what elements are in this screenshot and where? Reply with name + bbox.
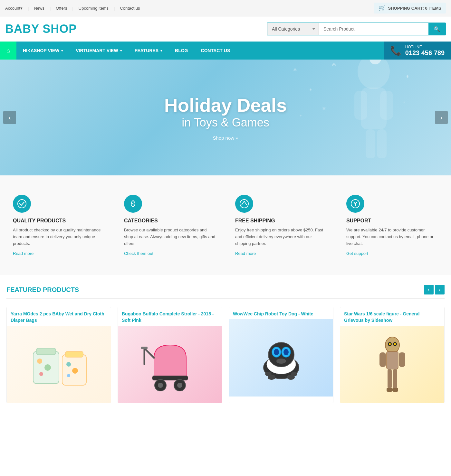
- shipping-desc: Enjoy free shipping on orders above $250…: [235, 227, 327, 247]
- nav-hikashop[interactable]: HIKASHOP VIEW ▾: [16, 42, 69, 60]
- product-card-2: WowWee Chip Robot Toy Dog - White: [229, 307, 333, 403]
- banner-prev-button[interactable]: ‹: [3, 111, 16, 124]
- search-area: All Categories 🔍: [267, 23, 446, 35]
- featured-title: FEATURED PRODUCTS: [6, 286, 79, 294]
- header: BABY SHOP All Categories 🔍: [0, 16, 451, 42]
- svg-point-45: [283, 349, 289, 355]
- support-title: SUPPORT: [346, 218, 438, 224]
- product-image-1: [118, 326, 222, 403]
- nav-features[interactable]: FEATURES ▾: [128, 42, 168, 60]
- svg-text:❄: ❄: [293, 67, 297, 72]
- svg-point-14: [18, 200, 26, 208]
- featured-next-button[interactable]: ›: [435, 285, 445, 294]
- product-card-3: Star Wars 1/6 scale figure - General Gri…: [340, 307, 445, 403]
- product-name-2[interactable]: WowWee Chip Robot Toy Dog - White: [229, 307, 333, 319]
- quality-link[interactable]: Read more: [13, 251, 34, 256]
- svg-point-62: [394, 343, 396, 345]
- svg-point-33: [158, 383, 163, 388]
- featured-products-section: FEATURED PRODUCTS ‹ › Yarra MOdes 2 pcs …: [0, 275, 451, 413]
- svg-point-25: [39, 372, 43, 376]
- svg-point-50: [291, 372, 297, 376]
- svg-line-20: [354, 202, 355, 204]
- svg-rect-2: [354, 91, 367, 120]
- support-desc: We are available 24/7 to provide custome…: [346, 227, 438, 247]
- banner-content: Holiday Deals in Toys & Games Shop now »: [164, 94, 287, 141]
- search-input[interactable]: [319, 23, 428, 35]
- categories-title: CATEGORIES: [124, 218, 216, 224]
- featured-nav: ‹ ›: [424, 285, 445, 294]
- quality-title: QUALITY PRODUCTS: [13, 218, 105, 224]
- product-card-0: Yarra MOdes 2 pcs BAby Wet and Dry Cloth…: [6, 307, 111, 403]
- hotline-label: HOTLINE: [405, 45, 445, 49]
- shipping-title: FREE SHIPPING: [235, 218, 327, 224]
- svg-rect-5: [377, 129, 387, 158]
- chevron-down-icon: ▾: [120, 49, 122, 52]
- svg-point-24: [44, 364, 51, 371]
- chevron-down-icon: ▾: [61, 49, 63, 52]
- shipping-link[interactable]: Read more: [235, 251, 256, 256]
- svg-point-51: [385, 337, 399, 353]
- nav-contact[interactable]: CONTACT US: [195, 42, 237, 60]
- nav-virtuemart[interactable]: VIRTUEMART VIEW ▾: [69, 42, 128, 60]
- banner-subheadline: in Toys & Games: [164, 116, 287, 129]
- support-icon: [346, 195, 364, 213]
- svg-rect-52: [387, 351, 398, 369]
- chevron-down-icon: ▾: [160, 49, 162, 52]
- svg-point-61: [389, 343, 391, 345]
- quality-icon: [13, 195, 31, 213]
- svg-rect-22: [36, 348, 56, 355]
- nav-home[interactable]: ⌂: [0, 42, 16, 60]
- svg-point-44: [274, 349, 279, 355]
- cart-icon: 🛒: [379, 5, 386, 12]
- svg-point-29: [72, 368, 78, 374]
- svg-rect-27: [65, 351, 83, 357]
- account-arrow: ▾: [20, 6, 23, 11]
- product-name-1[interactable]: Bugaboo Buffalo Complete Stroller - 2015…: [118, 307, 222, 325]
- cart-area[interactable]: 🛒 SHOPPING CART: 0 Items: [374, 3, 446, 14]
- upcoming-link[interactable]: Upcoming items: [79, 6, 109, 11]
- hotline-area: 📞 HOTLINE 0123 456 789: [384, 42, 451, 60]
- svg-rect-57: [387, 388, 392, 392]
- categories-link[interactable]: Check them out: [124, 251, 153, 256]
- search-button[interactable]: 🔍: [428, 23, 445, 35]
- support-link[interactable]: Get support: [346, 251, 368, 256]
- product-image-0: [7, 326, 111, 403]
- svg-rect-58: [392, 388, 398, 392]
- banner-cta[interactable]: Shop now »: [213, 135, 238, 141]
- cart-label: SHOPPING CART: 0 Items: [388, 6, 441, 11]
- svg-rect-4: [366, 129, 375, 158]
- svg-point-28: [66, 362, 71, 367]
- product-image-3: [340, 326, 444, 403]
- product-name-3[interactable]: Star Wars 1/6 scale figure - General Gri…: [340, 307, 444, 325]
- logo[interactable]: BABY SHOP: [5, 22, 77, 36]
- svg-rect-3: [380, 91, 393, 120]
- banner-next-button[interactable]: ›: [435, 111, 448, 124]
- account-menu[interactable]: Account▾: [5, 6, 23, 11]
- svg-point-49: [265, 372, 272, 376]
- nav-blog[interactable]: BLOG: [168, 42, 194, 60]
- svg-rect-38: [141, 347, 148, 349]
- featured-header: FEATURED PRODUCTS ‹ ›: [6, 285, 445, 299]
- featured-prev-button[interactable]: ‹: [424, 285, 434, 294]
- category-select[interactable]: All Categories: [267, 23, 319, 35]
- main-nav: ⌂ HIKASHOP VIEW ▾ VIRTUEMART VIEW ▾ FEAT…: [0, 42, 451, 60]
- svg-text:❄: ❄: [309, 88, 312, 91]
- news-link[interactable]: News: [34, 6, 44, 11]
- svg-rect-31: [152, 376, 188, 380]
- svg-rect-53: [379, 352, 386, 367]
- product-card-1: Bugaboo Buffalo Complete Stroller - 2015…: [118, 307, 222, 403]
- svg-line-36: [144, 348, 154, 358]
- svg-point-35: [177, 383, 182, 388]
- product-image-2: [229, 319, 333, 397]
- svg-text:❄: ❄: [332, 62, 336, 68]
- svg-text:❄: ❄: [406, 74, 409, 79]
- features-section: QUALITY PRODUCTS All product checked by …: [0, 175, 451, 275]
- categories-icon: [124, 195, 142, 213]
- top-bar: Account▾ | News | Offers | Upcoming item…: [0, 0, 451, 16]
- products-grid: Yarra MOdes 2 pcs BAby Wet and Dry Cloth…: [6, 307, 445, 403]
- contact-link[interactable]: Contact us: [120, 6, 140, 11]
- svg-point-16: [240, 200, 248, 208]
- top-nav: Account▾ | News | Offers | Upcoming item…: [5, 6, 140, 11]
- offers-link[interactable]: Offers: [56, 6, 67, 11]
- product-name-0[interactable]: Yarra MOdes 2 pcs BAby Wet and Dry Cloth…: [7, 307, 111, 325]
